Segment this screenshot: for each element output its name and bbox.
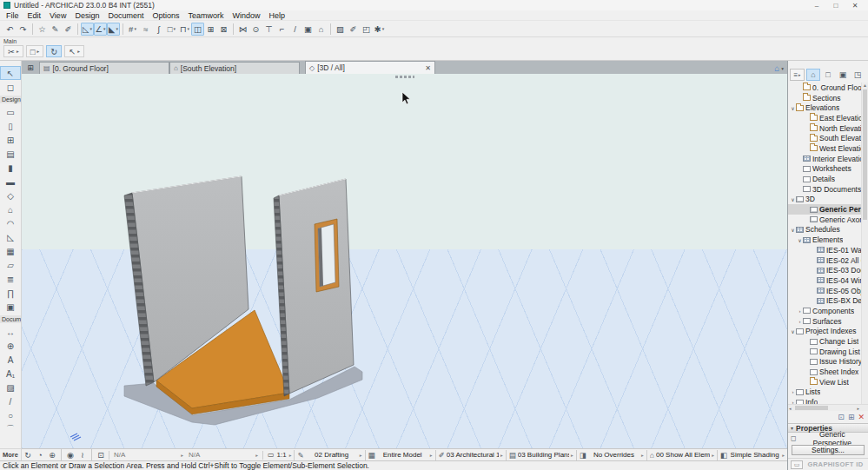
level-dimension-tool[interactable]: ⊕ bbox=[0, 339, 21, 353]
pick-up-parameters-icon[interactable]: ✎ bbox=[49, 23, 62, 36]
explore-icon[interactable]: ◉ bbox=[64, 450, 76, 460]
edit-by-stories-icon[interactable]: ⊞ bbox=[204, 23, 217, 36]
menu-teamwork[interactable]: Teamwork bbox=[183, 11, 228, 20]
inject-parameters-icon[interactable]: ✐ bbox=[62, 23, 75, 36]
toolbox-section-design[interactable]: Design bbox=[0, 96, 21, 103]
delete-button[interactable]: ✕ bbox=[858, 413, 865, 421]
menu-window[interactable]: Window bbox=[228, 11, 264, 20]
offset-icon[interactable]: ⌂ bbox=[315, 23, 328, 36]
tree-item[interactable]: 3D Documents bbox=[788, 184, 861, 195]
tree-item[interactable]: Details bbox=[788, 174, 861, 184]
tree-item[interactable]: IES-04 Window Schedule bbox=[788, 275, 861, 286]
toolbox-more-label[interactable]: More bbox=[0, 448, 21, 460]
window-tool[interactable]: ⊞ bbox=[0, 133, 21, 147]
trim-icon[interactable]: ⌐ bbox=[275, 23, 288, 36]
line-tool[interactable]: / bbox=[0, 394, 21, 408]
arrow-tool[interactable]: ↖ bbox=[0, 66, 21, 80]
zoom-icon[interactable]: ⊕ bbox=[46, 450, 58, 460]
tree-expand-icon[interactable]: › bbox=[797, 308, 803, 314]
tree-expand-icon[interactable]: › bbox=[797, 319, 803, 324]
text-tool[interactable]: A bbox=[0, 353, 21, 367]
wall-tool[interactable]: ▭ bbox=[0, 105, 21, 119]
tree-expand-icon[interactable]: ∨ bbox=[797, 237, 803, 243]
guide-lines-icon[interactable]: ◺ bbox=[81, 23, 94, 36]
curtain-wall-tool[interactable]: ▤ bbox=[0, 147, 21, 161]
tab-ground-floor[interactable]: ▤ [0. Ground Floor] bbox=[39, 62, 169, 74]
project-map-tab[interactable]: ⌂ bbox=[806, 69, 820, 81]
column-tool[interactable]: ▮ bbox=[0, 161, 21, 175]
minimize-button[interactable]: – bbox=[807, 2, 826, 10]
tree-item[interactable]: Change List bbox=[788, 336, 861, 347]
tree-item[interactable]: IES-BX Default format bbox=[788, 295, 861, 306]
solid-operations-icon[interactable]: ▨ bbox=[334, 23, 347, 36]
trace-reference-icon[interactable]: □ bbox=[165, 23, 178, 36]
split-icon[interactable]: ⋈ bbox=[236, 23, 249, 36]
snap-guides-icon[interactable]: ∠ bbox=[94, 23, 107, 36]
tree-expand-icon[interactable]: ∨ bbox=[790, 328, 796, 334]
suspend-groups-icon[interactable]: ◫ bbox=[191, 23, 204, 36]
intersect-icon[interactable]: ⊤ bbox=[262, 23, 275, 36]
menu-options[interactable]: Options bbox=[148, 11, 183, 20]
orbit-icon[interactable]: ↻ bbox=[22, 450, 34, 460]
object-tool[interactable]: ▣ bbox=[0, 300, 21, 314]
arrow-tool-button[interactable]: ↖ bbox=[64, 45, 84, 57]
tree-item[interactable]: View List bbox=[788, 377, 861, 387]
tree-item[interactable]: ∨ Schedules bbox=[788, 225, 861, 235]
scrollbar-thumb[interactable] bbox=[863, 89, 867, 220]
tree-expand-icon[interactable]: ∨ bbox=[790, 227, 796, 233]
tree-item[interactable]: › Components bbox=[788, 306, 861, 316]
graphic-override-option[interactable]: ◨ No Overrides bbox=[576, 450, 646, 460]
partial-structure-option[interactable]: ▦ Entire Model bbox=[365, 450, 435, 460]
tree-item[interactable]: West Elevation (Auto-rebuild Model) bbox=[788, 143, 861, 154]
slab-tool[interactable]: ◇ bbox=[0, 189, 21, 202]
arc-tool[interactable]: ○ bbox=[0, 408, 21, 422]
grid-snap-icon[interactable]: # bbox=[126, 23, 139, 36]
popup-navigator-button[interactable]: ⌂ bbox=[774, 63, 784, 73]
dimension-tool[interactable]: ↔ bbox=[0, 325, 21, 339]
fill-tool[interactable]: ▨ bbox=[0, 381, 21, 394]
tree-item[interactable]: Generic Perspective bbox=[788, 204, 861, 215]
clone-folder-button[interactable]: ⊡ bbox=[838, 413, 845, 421]
lock-icon[interactable]: ⊓ bbox=[178, 23, 191, 36]
menu-file[interactable]: File bbox=[2, 11, 23, 20]
undo-icon[interactable]: ↶ bbox=[3, 23, 17, 36]
menu-edit[interactable]: Edit bbox=[23, 11, 46, 20]
menu-design[interactable]: Design bbox=[70, 11, 103, 20]
tree-item[interactable]: IES-05 Object Inventory bbox=[788, 286, 861, 296]
fit-in-window-icon[interactable]: ⊡ bbox=[95, 450, 107, 460]
camera-field[interactable]: N/A bbox=[186, 450, 261, 460]
tree-item[interactable]: East Elevation (Auto-rebuild Model) bbox=[788, 113, 861, 123]
cancel-icon[interactable]: ⊠ bbox=[217, 23, 230, 36]
tree-item[interactable]: ∨ Elevations bbox=[788, 103, 861, 113]
tree-item[interactable]: Issue History bbox=[788, 357, 861, 367]
tree-horizontal-scrollbar[interactable]: ◂▸ bbox=[788, 404, 868, 411]
tree-item[interactable]: North Elevation (Auto-rebuild Model) bbox=[788, 123, 861, 134]
tree-item[interactable]: Generic Axonometry bbox=[788, 215, 861, 225]
menu-document[interactable]: Document bbox=[103, 11, 148, 20]
renovation-filter-option[interactable]: ⌂ 00 Show All Elements bbox=[646, 450, 717, 460]
morph-tool[interactable]: ◺ bbox=[0, 230, 21, 244]
graphisoft-id-icon[interactable]: ▭ bbox=[791, 460, 803, 469]
look-around-icon[interactable]: ◔ bbox=[34, 450, 46, 460]
redo-icon[interactable]: ↷ bbox=[17, 23, 30, 36]
align-icon[interactable]: ◰ bbox=[360, 23, 373, 36]
tree-item[interactable]: ∨ Project Indexes bbox=[788, 327, 861, 337]
roof-tool[interactable]: ⌂ bbox=[0, 202, 21, 216]
magic-wand-icon[interactable]: ∫ bbox=[152, 23, 165, 36]
tree-item[interactable]: Drawing List bbox=[788, 347, 861, 357]
mesh-tool[interactable]: ▦ bbox=[0, 244, 21, 258]
tab-close-icon[interactable]: ✕ bbox=[425, 64, 431, 72]
project-chooser-button[interactable]: ≡ bbox=[790, 69, 805, 81]
beam-tool[interactable]: ▬ bbox=[0, 175, 21, 189]
gravity-icon[interactable]: ≈ bbox=[139, 23, 152, 36]
tree-item[interactable]: Sections bbox=[788, 93, 861, 103]
quad-view-icon[interactable]: ⊞ bbox=[23, 62, 37, 73]
close-button[interactable]: ✕ bbox=[845, 2, 865, 10]
stair-tool[interactable]: ≣ bbox=[0, 272, 21, 286]
tree-item[interactable]: › Surfaces bbox=[788, 316, 861, 327]
new-folder-button[interactable]: ⊞ bbox=[848, 413, 855, 421]
tree-item[interactable]: IES-01 Wall Schedule bbox=[788, 245, 861, 255]
snap-points-icon[interactable]: ◣ bbox=[107, 23, 120, 36]
dimension-style-option[interactable]: ✐ 03 Architectural 100 bbox=[435, 450, 506, 460]
orbit-button[interactable]: ↻ bbox=[46, 45, 62, 57]
